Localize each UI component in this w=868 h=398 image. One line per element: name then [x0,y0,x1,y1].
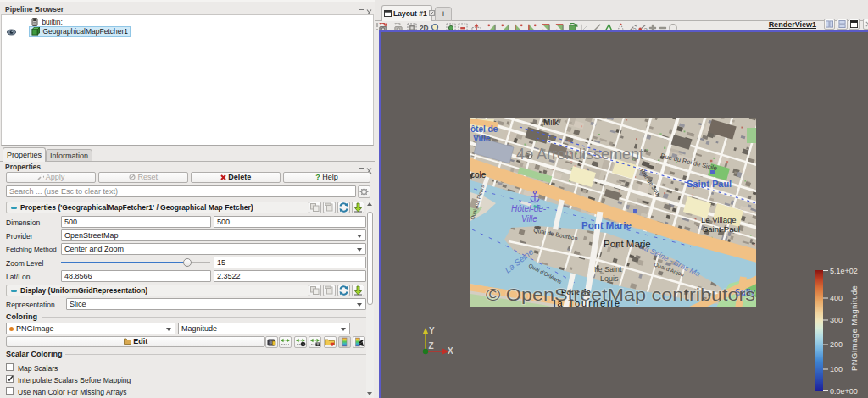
svg-text:0.0e+00: 0.0e+00 [830,387,858,395]
svg-text:Saint-Paul: Saint-Paul [703,224,740,234]
svg-text:4e Arrondissement: 4e Arrondissement [516,146,643,163]
svg-text:300: 300 [830,316,843,324]
svg-text:100: 100 [830,365,843,373]
svg-text:Pont Marie: Pont Marie [581,220,632,230]
svg-text:Z: Z [429,341,434,351]
svg-text:ôtel de: ôtel de [470,124,498,134]
svg-text:© OpenStreetMap contributors: © OpenStreetMap contributors [486,285,755,304]
svg-text:400: 400 [830,294,843,302]
svg-text:Le Village: Le Village [701,215,737,224]
svg-text:cole: cole [470,170,487,180]
svg-text:200: 200 [830,340,843,349]
svg-text:Y: Y [429,326,435,335]
svg-text:Louis: Louis [600,274,619,283]
svg-text:X: X [448,346,453,356]
svg-text:5.1e+02: 5.1e+02 [830,267,858,275]
svg-text:Milk: Milk [543,118,559,127]
svg-text:Ville: Ville [521,214,537,224]
svg-text:Ile Saint: Ile Saint [594,265,622,274]
svg-text:Hôtel-de-: Hôtel-de- [511,204,547,213]
svg-text:PNGImage Magnitude: PNGImage Magnitude [849,285,859,371]
svg-text:Ville: Ville [473,134,491,143]
svg-text:Saint Paul: Saint Paul [687,179,732,189]
